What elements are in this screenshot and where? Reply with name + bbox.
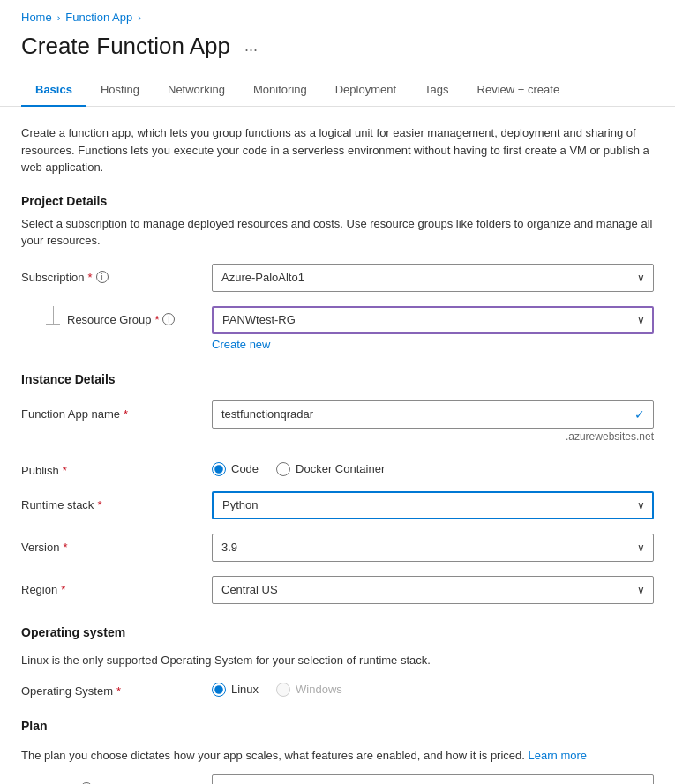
version-row: Version * 3.9 ∨ [21,534,654,562]
publish-label: Publish * [21,457,198,477]
plan-description: The plan you choose dictates how your ap… [21,747,654,765]
publish-docker-radio[interactable] [276,462,290,476]
runtime-stack-label: Runtime stack * [21,491,198,511]
plan-type-label: Plan type * i [21,774,198,784]
runtime-stack-required: * [97,498,101,511]
page-header: Create Function App ... [0,29,675,74]
breadcrumb-sep-1: › [57,12,61,23]
resource-group-required: * [154,313,159,326]
tab-monitoring[interactable]: Monitoring [239,74,321,107]
publish-docker-option[interactable]: Docker Container [276,462,385,476]
operating-system-title: Operating system [21,625,654,639]
plan-type-select-wrapper: Consumption (Serverless) ∨ [212,774,654,784]
plan-title: Plan [21,719,654,733]
publish-required: * [63,464,67,477]
resource-group-label: Resource Group * i [67,306,175,326]
publish-code-label: Code [231,462,259,475]
instance-details-section: Instance Details Function App name * ✓ .… [21,372,654,604]
publish-row: Publish * Code Docker Container [21,457,654,477]
breadcrumb-sep-2: › [138,12,141,23]
runtime-stack-select[interactable]: Python [212,491,654,519]
region-label: Region * [21,576,198,596]
page-description: Create a function app, which lets you gr… [21,124,654,176]
subscription-info-icon[interactable]: i [96,271,109,283]
os-windows-option[interactable]: Windows [276,683,342,697]
project-details-title: Project Details [21,194,654,208]
os-linux-option[interactable]: Linux [212,683,259,697]
tab-networking[interactable]: Networking [154,74,239,107]
plan-type-control: Consumption (Serverless) ∨ [212,774,654,784]
resource-group-select-wrapper: PANWtest-RG ∨ [212,306,654,334]
resource-group-control: PANWtest-RG ∨ Create new [212,306,654,351]
tabs-nav: Basics Hosting Networking Monitoring Dep… [0,74,675,107]
subscription-select-wrapper: Azure-PaloAlto1 ∨ [212,264,654,292]
project-details-desc: Select a subscription to manage deployed… [21,215,654,250]
domain-hint: .azurewebsites.net [212,430,654,443]
breadcrumb-function-app[interactable]: Function App [65,11,132,24]
plan-type-select[interactable]: Consumption (Serverless) [212,774,654,784]
breadcrumb: Home › Function App › [0,0,675,29]
resource-group-info-icon[interactable]: i [162,313,175,325]
tab-deployment[interactable]: Deployment [321,74,410,107]
function-app-name-required: * [124,407,128,421]
region-select-wrapper: Central US ∨ [212,576,654,604]
subscription-required: * [88,271,93,284]
operating-system-row: Operating System * Linux Windows [21,677,654,698]
subscription-row: Subscription * i Azure-PaloAlto1 ∨ [21,264,654,292]
os-note: Linux is the only supported Operating Sy… [21,653,654,667]
function-app-name-label: Function App name * [21,400,198,421]
region-row: Region * Central US ∨ [21,576,654,604]
plan-section: Plan The plan you choose dictates how yo… [21,719,654,785]
version-label: Version * [21,534,198,554]
tab-basics[interactable]: Basics [21,74,86,107]
os-linux-label: Linux [231,683,259,696]
function-app-name-input[interactable] [212,400,654,429]
function-app-name-control: ✓ .azurewebsites.net [212,400,654,443]
function-app-name-check-icon: ✓ [634,407,645,422]
instance-details-title: Instance Details [21,372,654,386]
project-details-section: Project Details Select a subscription to… [21,194,654,351]
subscription-select[interactable]: Azure-PaloAlto1 [212,264,654,292]
tab-tags[interactable]: Tags [410,74,462,107]
os-required: * [116,684,121,698]
region-select[interactable]: Central US [212,576,654,604]
publish-control: Code Docker Container [212,457,654,476]
publish-code-radio[interactable] [212,462,226,476]
function-app-name-row: Function App name * ✓ .azurewebsites.net [21,400,654,443]
os-linux-radio[interactable] [212,683,226,697]
tab-review-create[interactable]: Review + create [463,74,574,107]
ellipsis-button[interactable]: ... [239,35,263,57]
plan-learn-more-link[interactable]: Learn more [529,749,587,762]
publish-code-option[interactable]: Code [212,462,259,476]
subscription-control: Azure-PaloAlto1 ∨ [212,264,654,292]
os-windows-label: Windows [296,683,342,696]
resource-group-select[interactable]: PANWtest-RG [212,306,654,334]
version-select-wrapper: 3.9 ∨ [212,534,654,562]
page-title: Create Function App [21,33,230,60]
plan-type-row: Plan type * i Consumption (Serverless) ∨ [21,774,654,784]
subscription-label: Subscription * i [21,264,198,284]
runtime-stack-control: Python ∨ [212,491,654,519]
region-required: * [61,583,65,596]
runtime-stack-row: Runtime stack * Python ∨ [21,491,654,519]
breadcrumb-home[interactable]: Home [21,11,52,24]
create-new-resource-group-link[interactable]: Create new [212,338,654,351]
region-control: Central US ∨ [212,576,654,604]
version-control: 3.9 ∨ [212,534,654,562]
operating-system-control: Linux Windows [212,677,654,697]
os-windows-radio[interactable] [276,683,290,697]
operating-system-section: Operating system Linux is the only suppo… [21,625,654,698]
runtime-stack-select-wrapper: Python ∨ [212,491,654,519]
version-required: * [63,541,67,554]
function-app-name-input-wrapper: ✓ [212,400,654,429]
version-select[interactable]: 3.9 [212,534,654,562]
publish-docker-label: Docker Container [296,462,385,475]
main-content: Create a function app, which lets you gr… [0,107,675,784]
os-radio-group: Linux Windows [212,677,654,697]
operating-system-label: Operating System * [21,677,198,698]
tab-hosting[interactable]: Hosting [86,74,154,107]
publish-radio-group: Code Docker Container [212,457,654,476]
